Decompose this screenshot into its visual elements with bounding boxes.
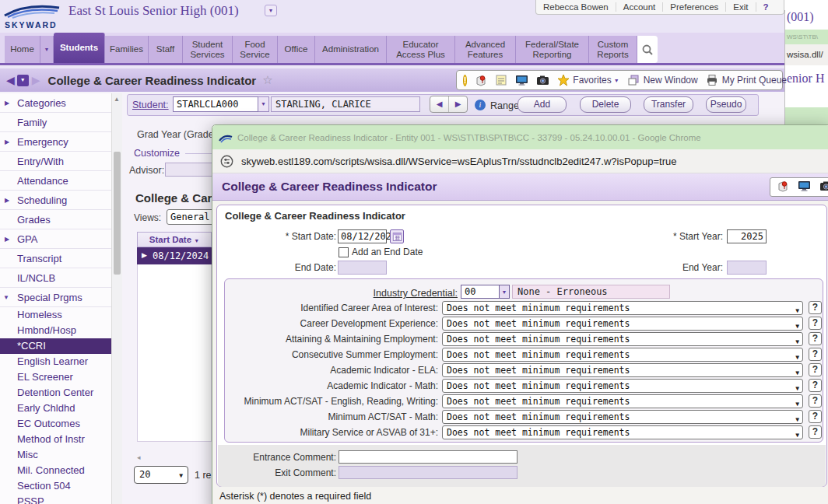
back-arrow-icon[interactable]: ◀ (6, 74, 15, 86)
camera-icon[interactable] (819, 180, 828, 195)
camera-icon[interactable] (536, 74, 549, 86)
act-sat-english-select[interactable]: Does not meet minimum requirements (442, 394, 803, 408)
customize-link[interactable]: Customize (134, 148, 180, 159)
sidebar-item-misc[interactable]: Misc (0, 447, 111, 463)
home-tab-dropdown-icon[interactable]: ▼ (40, 36, 54, 63)
add-end-date-checkbox[interactable] (339, 247, 349, 257)
sidebar-item-entry-with[interactable]: Entry/With (0, 152, 111, 171)
industry-credential-input[interactable]: 00 (461, 285, 500, 299)
industry-credential-dropdown-icon[interactable]: ▼ (500, 285, 510, 299)
sidebar-item-ccri[interactable]: *CCRI (0, 338, 111, 354)
sidebar-item-emergency[interactable]: ▶Emergency (0, 132, 111, 152)
sidebar-item-pssp[interactable]: PSSP (0, 494, 111, 504)
popup-url-bar[interactable]: skyweb.estl189.com/scripts/wsisa.dll/WSe… (212, 149, 828, 173)
sidebar-item-method-of-instr[interactable]: Method of Instr (0, 432, 111, 447)
prev-student-button[interactable]: ◀ (430, 96, 449, 112)
print-queue-icon[interactable] (706, 74, 718, 86)
sidebar-scrollbar[interactable]: ▲ (111, 93, 122, 504)
tab-educator-access-plus[interactable]: Educator Access Plus (387, 36, 455, 63)
favorites-star-icon[interactable] (557, 74, 570, 86)
next-student-button[interactable]: ▶ (449, 96, 467, 112)
sidebar-item-ec-outcomes[interactable]: EC Outcomes (0, 416, 111, 432)
sidebar-item-hmbnd-hosp[interactable]: Hmbnd/Hosp (0, 323, 111, 338)
sidebar-item-section-504[interactable]: Section 504 (0, 478, 111, 494)
tab-office[interactable]: Office (278, 36, 315, 63)
sidebar-item-detention-center[interactable]: Detention Center (0, 385, 111, 401)
sidebar-item-special-prgms[interactable]: ▼Special Prgms (0, 288, 111, 307)
add-button[interactable]: Add (518, 96, 567, 113)
academic-ela-select[interactable]: Does not meet minimum requirements (442, 363, 803, 377)
sidebar-item-il-nclb[interactable]: IL/NCLB (0, 268, 111, 288)
transfer-button[interactable]: Transfer (644, 96, 693, 113)
start-date-input[interactable]: 08/12/2024 (338, 229, 387, 243)
start-year-input[interactable]: 2025 (727, 229, 767, 243)
help-button[interactable]: ? (809, 301, 822, 314)
alert-icon[interactable]: ! (463, 75, 467, 86)
scrollbar-thumb[interactable] (114, 152, 121, 275)
career-area-select[interactable]: Does not meet minimum requirements (442, 301, 803, 315)
sidebar-item-family[interactable]: Family (0, 113, 111, 132)
grid-column-start-date[interactable]: Start Date ▼ (137, 232, 212, 247)
search-button[interactable] (637, 36, 658, 63)
employment-select[interactable]: Does not meet minimum requirements (442, 332, 803, 346)
student-key-dropdown-icon[interactable]: ▼ (258, 96, 269, 112)
military-service-select[interactable]: Does not meet minimum requirements (442, 425, 803, 439)
academic-math-select[interactable]: Does not meet minimum requirements (442, 379, 803, 393)
entrance-comment-input[interactable] (339, 450, 518, 464)
sidebar-item-gpa[interactable]: ▶GPA (0, 229, 111, 249)
sidebar-item-categories[interactable]: ▶Categories (0, 93, 111, 113)
popup-url[interactable]: skyweb.estl189.com/scripts/wsisa.dll/WSe… (241, 156, 677, 167)
tab-families[interactable]: Families (105, 36, 149, 63)
scroll-up-icon[interactable]: ▲ (114, 96, 120, 103)
tab-student-services[interactable]: Student Services (183, 36, 233, 63)
help-button[interactable]: ? (809, 410, 822, 423)
sidebar-item-scheduling[interactable]: ▶Scheduling (0, 191, 111, 210)
map-pin-icon[interactable] (777, 180, 789, 195)
tab-students[interactable]: Students (54, 33, 105, 63)
help-button[interactable]: ? (809, 425, 822, 439)
new-window-icon[interactable] (627, 74, 640, 86)
info-icon[interactable]: i (475, 100, 486, 110)
help-button[interactable]: ? (756, 2, 776, 12)
help-button[interactable]: ? (809, 348, 822, 361)
sidebar-item-transcript[interactable]: Transcript (0, 249, 111, 268)
sidebar-item-early-chldhd[interactable]: Early Chldhd (0, 401, 111, 416)
monitor-icon[interactable] (515, 74, 528, 86)
calendar-icon[interactable] (390, 229, 404, 243)
help-button[interactable]: ? (809, 332, 822, 345)
notes-icon[interactable] (495, 74, 507, 86)
career-dev-select[interactable]: Does not meet minimum requirements (442, 317, 803, 331)
tab-food-service[interactable]: Food Service (233, 36, 278, 63)
summer-employment-select[interactable]: Does not meet minimum requirements (442, 348, 803, 362)
student-key-input[interactable]: STARLCLA000 (173, 96, 258, 112)
history-dropdown-icon[interactable]: ▼ (17, 75, 29, 86)
tab-advanced-features[interactable]: Advanced Features (455, 36, 516, 63)
tab-administration[interactable]: Administration (315, 36, 387, 63)
sidebar-item-attendance[interactable]: Attendance (0, 171, 111, 191)
account-link[interactable]: Account (616, 2, 663, 12)
tab-custom-reports[interactable]: Custom Reports (589, 36, 637, 63)
favorite-star-icon[interactable]: ☆ (262, 73, 272, 87)
help-button[interactable]: ? (809, 379, 822, 392)
tab-federal-state-reporting[interactable]: Federal/State Reporting (516, 36, 589, 63)
new-window-link[interactable]: New Window (644, 75, 698, 86)
sidebar-item-grades[interactable]: Grades (0, 210, 111, 229)
help-button[interactable]: ? (809, 317, 822, 330)
scroll-left-icon[interactable]: ◂ (137, 453, 141, 461)
preferences-link[interactable]: Preferences (662, 2, 725, 12)
favorites-link[interactable]: Favorites (573, 75, 611, 86)
views-select[interactable]: General (167, 209, 213, 225)
sidebar-item-el-screener[interactable]: EL Screener (0, 369, 111, 385)
monitor-icon[interactable] (798, 180, 811, 195)
grid-selected-row[interactable]: ▶ 08/12/2024 (137, 247, 212, 264)
sidebar-item-english-learner[interactable]: English Learner (0, 354, 111, 369)
favorites-chevron-icon[interactable]: ▼ (614, 78, 619, 83)
tab-home[interactable]: Home (5, 36, 40, 63)
exit-link[interactable]: Exit (725, 2, 755, 12)
sidebar-item-mil-connected[interactable]: Mil. Connected (0, 463, 111, 478)
help-button[interactable]: ? (809, 394, 822, 408)
tab-staff[interactable]: Staff (149, 36, 183, 63)
map-pin-icon[interactable] (475, 74, 487, 86)
sidebar-item-homeless[interactable]: Homeless (0, 307, 111, 323)
act-sat-math-select[interactable]: Does not meet minimum requirements (442, 410, 803, 424)
